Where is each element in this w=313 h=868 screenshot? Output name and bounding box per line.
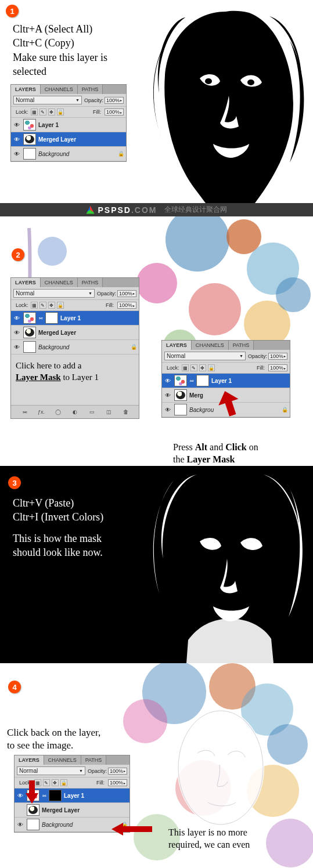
tab-channels[interactable]: CHANNELS xyxy=(41,85,78,94)
opacity-field[interactable]: 100%▸ xyxy=(117,290,136,297)
layer-row[interactable]: 👁Merged Layer xyxy=(11,326,139,340)
eye-icon[interactable]: 👁 xyxy=(16,793,24,799)
lock-icon: 🔒 xyxy=(282,407,288,413)
layer-thumb[interactable] xyxy=(23,341,36,353)
fill-field[interactable]: 100%▸ xyxy=(117,302,136,309)
step-2-panel: 2 LAYERSCHANNELSPATHS Normal▼Opacity:100… xyxy=(0,216,313,466)
lock-brush-icon[interactable]: ✎ xyxy=(190,364,197,371)
layer-thumb[interactable] xyxy=(23,119,36,131)
add-mask-icon[interactable]: ◯ xyxy=(53,408,63,416)
blend-mode-select[interactable]: Normal▼ xyxy=(17,766,85,775)
tab-layers[interactable]: LAYERS xyxy=(15,755,44,765)
svg-point-8 xyxy=(136,263,177,303)
tab-channels[interactable]: CHANNELS xyxy=(192,341,229,350)
eye-icon[interactable]: 👁 xyxy=(13,151,21,157)
tab-layers[interactable]: LAYERS xyxy=(162,341,192,350)
trash-icon[interactable]: 🗑 xyxy=(121,408,130,416)
tab-channels[interactable]: CHANNELS xyxy=(41,278,78,287)
svg-point-2 xyxy=(247,79,254,85)
layer-thumb[interactable] xyxy=(27,819,39,830)
layer-thumb[interactable] xyxy=(174,404,187,415)
blend-row: Normal▼ Opacity: 100%▸ xyxy=(11,94,126,107)
lock-all-icon[interactable]: 🔒 xyxy=(208,364,215,371)
eye-icon[interactable]: 👁 xyxy=(164,392,172,399)
opacity-field[interactable]: 100%▸ xyxy=(105,97,124,104)
adjustment-icon[interactable]: ◐ xyxy=(70,408,80,416)
eye-icon[interactable]: 👁 xyxy=(164,378,172,384)
fill-field[interactable]: 100%▸ xyxy=(268,364,287,371)
lock-move-icon[interactable]: ✥ xyxy=(48,302,55,309)
step-1-instructions: Cltr+A (Select All) Cltr+C (Copy) Make s… xyxy=(13,22,107,78)
lock-brush-icon[interactable]: ✎ xyxy=(43,779,50,786)
layer-thumb[interactable] xyxy=(174,389,187,401)
chain-icon[interactable]: ⫘ xyxy=(38,316,43,321)
layer-mask-thumb[interactable] xyxy=(49,790,62,801)
blend-mode-select[interactable]: Normal▼ xyxy=(13,96,82,104)
opacity-label: Opacity: xyxy=(84,97,103,103)
layer-thumb[interactable] xyxy=(23,312,36,324)
lock-trans-icon[interactable]: ▦ xyxy=(31,302,38,309)
layer-row[interactable]: 👁 Layer 1 xyxy=(11,118,126,132)
blend-mode-select[interactable]: Normal▼ xyxy=(164,352,246,360)
layer-mask-thumb[interactable] xyxy=(45,312,58,324)
layer-row[interactable]: 👁 Background 🔒 xyxy=(11,147,126,161)
fill-field[interactable]: 100%▸ xyxy=(105,108,124,115)
opacity-field[interactable]: 100%▸ xyxy=(108,768,127,775)
layer-row-selected[interactable]: 👁⫘Layer 1 xyxy=(11,311,139,326)
layer-row-selected[interactable]: 👁 Merged Layer xyxy=(11,132,126,147)
layer-thumb[interactable] xyxy=(27,804,39,816)
step-badge-2: 2 xyxy=(12,248,24,261)
step-1-panel: 1 Cltr+A (Select All) Cltr+C (Copy) Make… xyxy=(0,0,313,203)
lock-all-icon[interactable]: 🔒 xyxy=(57,108,64,115)
lock-brush-icon[interactable]: ✎ xyxy=(39,108,46,115)
lock-all-icon[interactable]: 🔒 xyxy=(60,779,67,786)
layer-thumb[interactable] xyxy=(23,327,36,338)
eye-icon[interactable]: 👁 xyxy=(13,122,21,128)
chain-icon[interactable]: ⫘ xyxy=(42,793,46,798)
lock-all-icon[interactable]: 🔒 xyxy=(57,302,64,309)
lock-move-icon[interactable]: ✥ xyxy=(199,364,206,371)
blend-mode-select[interactable]: Normal▼ xyxy=(13,289,95,298)
tab-paths[interactable]: PATHS xyxy=(78,278,103,287)
layer-mask-thumb[interactable] xyxy=(196,375,209,386)
new-layer-icon[interactable]: ◫ xyxy=(104,408,113,416)
lock-trans-icon[interactable]: ▦ xyxy=(182,364,189,371)
lock-trans-icon[interactable]: ▦ xyxy=(31,108,38,115)
panel-tabs: LAYERS CHANNELS PATHS xyxy=(11,85,126,94)
tab-paths[interactable]: PATHS xyxy=(81,755,107,765)
eye-icon[interactable]: 👁 xyxy=(13,330,21,336)
eye-icon[interactable]: 👁 xyxy=(164,407,172,413)
chain-icon[interactable]: ⫘ xyxy=(189,378,194,384)
fill-field[interactable]: 100%▸ xyxy=(108,779,127,786)
lock-move-icon[interactable]: ✥ xyxy=(52,779,59,786)
link-icon[interactable]: ⫘ xyxy=(20,408,29,416)
layer-row[interactable]: 👁Background🔒 xyxy=(11,340,139,355)
lock-move-icon[interactable]: ✥ xyxy=(48,108,55,115)
layer-row[interactable]: Merged Layer xyxy=(15,803,129,818)
lock-icons: ▦ ✎ ✥ 🔒 xyxy=(31,108,64,115)
tab-paths[interactable]: PATHS xyxy=(229,341,254,350)
fx-icon[interactable]: ƒx. xyxy=(37,408,46,416)
layers-panel-2a: LAYERSCHANNELSPATHS Normal▼Opacity:100%▸… xyxy=(10,277,139,419)
tab-paths[interactable]: PATHS xyxy=(78,85,103,94)
svg-point-9 xyxy=(189,283,241,335)
eye-icon[interactable]: 👁 xyxy=(16,822,24,828)
eye-icon[interactable]: 👁 xyxy=(13,315,21,321)
opacity-field[interactable]: 100%▸ xyxy=(268,353,287,360)
tab-layers[interactable]: LAYERS xyxy=(11,278,41,287)
layers-panel-1: LAYERS CHANNELS PATHS Normal▼ Opacity: 1… xyxy=(10,84,127,162)
tab-channels[interactable]: CHANNELS xyxy=(44,755,81,765)
layer-thumb[interactable] xyxy=(23,148,36,160)
step-badge-3: 3 xyxy=(8,476,21,489)
layer-row-selected[interactable]: 👁⫘Layer 1 xyxy=(162,374,290,388)
tab-layers[interactable]: LAYERS xyxy=(11,85,41,94)
eye-icon[interactable]: 👁 xyxy=(13,136,21,143)
layer-thumb[interactable] xyxy=(174,375,187,386)
layer-thumb[interactable] xyxy=(23,133,36,145)
folder-icon[interactable]: ▭ xyxy=(87,408,96,416)
eye-icon[interactable]: 👁 xyxy=(13,344,21,350)
portrait-artwork xyxy=(139,0,313,203)
lock-brush-icon[interactable]: ✎ xyxy=(39,302,46,309)
red-arrow-left xyxy=(111,823,152,836)
step-4-text-2: This layer is no more required, we can e… xyxy=(168,827,250,851)
